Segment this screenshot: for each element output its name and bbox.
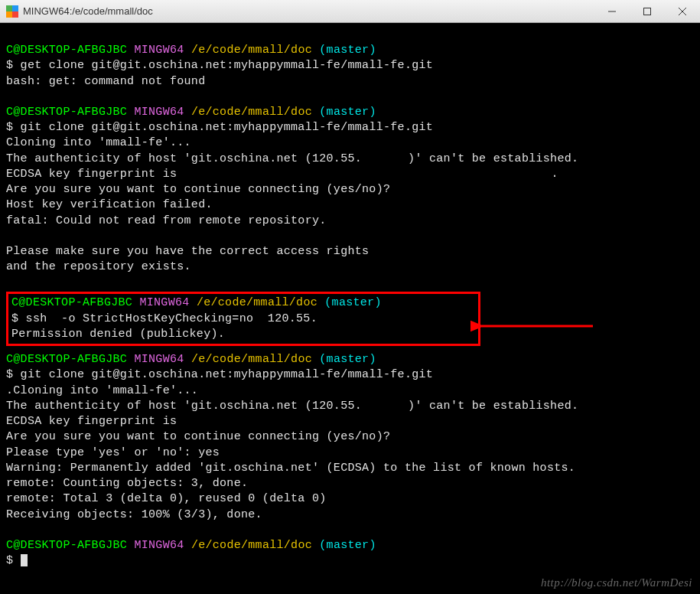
output-line: Host key verification failed. — [6, 197, 694, 213]
highlighted-box: C@DESKTOP-AFBGJBC MINGW64 /e/code/mmall/… — [6, 292, 480, 346]
output-line: Please type 'yes' or 'no': yes — [6, 445, 694, 461]
output-line: The authenticity of host 'git.oschina.ne… — [6, 399, 694, 414]
output-line: fatal: Could not read from remote reposi… — [6, 214, 694, 229]
titlebar-left: MINGW64:/e/code/mmall/doc — [6, 5, 153, 18]
output-line: ECDSA key fingerprint is — [6, 414, 694, 429]
terminal[interactable]: C@DESKTOP-AFBGJBC MINGW64 /e/code/mmall/… — [0, 23, 700, 575]
blank-line — [6, 523, 694, 538]
output-line: Are you sure you want to continue connec… — [6, 429, 694, 445]
cmd: git clone git@git.oschina.net:myhappymma… — [21, 121, 433, 134]
output-line: Please make sure you have the correct ac… — [6, 244, 694, 259]
prompt-line: C@DESKTOP-AFBGJBC MINGW64 /e/code/mmall/… — [11, 295, 475, 311]
prompt-branch: (master) — [319, 44, 376, 57]
cmd-line[interactable]: $ — [6, 553, 694, 569]
window-controls — [594, 0, 700, 22]
redacted-ip — [317, 313, 363, 324]
titlebar: MINGW64:/e/code/mmall/doc — [0, 0, 700, 23]
window-title: MINGW64:/e/code/mmall/doc — [23, 5, 153, 17]
output-line: Permission denied (publickey). — [11, 327, 475, 342]
prompt-line: C@DESKTOP-AFBGJBC MINGW64 /e/code/mmall/… — [6, 352, 694, 367]
output-line: and the repository exists. — [6, 259, 694, 275]
cmd-line: $ ssh -o StrictHostKeyChecking=no 120.55… — [11, 312, 475, 327]
cursor-icon — [21, 554, 28, 566]
redacted-ip — [362, 153, 408, 164]
output-line: Cloning into 'mmall-fe'... — [6, 135, 694, 151]
output-line: bash: get: command not found — [6, 74, 694, 90]
output-line: Warning: Permanently added 'git.oschina.… — [6, 461, 694, 476]
output-line: Are you sure you want to continue connec… — [6, 182, 694, 197]
svg-rect-3 — [12, 11, 18, 18]
blank-line — [6, 28, 694, 43]
svg-rect-2 — [6, 11, 12, 18]
watermark: http://blog.csdn.net/WarmDesi — [541, 576, 692, 589]
output-line: The authenticity of host 'git.oschina.ne… — [6, 152, 694, 167]
close-button[interactable] — [665, 0, 700, 22]
minimize-button[interactable] — [594, 0, 630, 22]
output-line: ECDSA key fingerprint is . — [6, 167, 694, 182]
output-line: remote: Total 3 (delta 0), reused 0 (del… — [6, 491, 694, 507]
blank-line — [6, 275, 694, 290]
maximize-button[interactable] — [630, 0, 665, 22]
redacted-fingerprint — [184, 417, 552, 425]
cmd: git clone git@git.oschina.net:myhappymma… — [21, 368, 433, 381]
app-icon — [6, 5, 18, 18]
svg-rect-5 — [644, 8, 651, 15]
svg-rect-0 — [6, 5, 12, 11]
cmd: get clone git@git.oschina.net:myhappymma… — [21, 59, 433, 72]
prompt-userhost: C@DESKTOP-AFBGJBC — [6, 44, 127, 57]
svg-rect-1 — [12, 5, 18, 11]
output-line: .Cloning into 'mmall-fe'... — [6, 383, 694, 399]
blank-line — [6, 90, 694, 105]
prompt-path: /e/code/mmall/doc — [191, 44, 312, 57]
prompt-env: MINGW64 — [134, 44, 184, 57]
prompt-line: C@DESKTOP-AFBGJBC MINGW64 /e/code/mmall/… — [6, 105, 694, 120]
redacted-fingerprint — [184, 170, 552, 178]
cmd-line: $ get clone git@git.oschina.net:myhappym… — [6, 58, 694, 73]
prompt-line: C@DESKTOP-AFBGJBC MINGW64 /e/code/mmall/… — [6, 43, 694, 58]
output-line: Receiving objects: 100% (3/3), done. — [6, 508, 694, 523]
output-line: remote: Counting objects: 3, done. — [6, 476, 694, 491]
cmd-line: $ git clone git@git.oschina.net:myhappym… — [6, 120, 694, 135]
blank-line — [6, 229, 694, 244]
cmd-line: $ git clone git@git.oschina.net:myhappym… — [6, 367, 694, 383]
prompt-line: C@DESKTOP-AFBGJBC MINGW64 /e/code/mmall/… — [6, 538, 694, 553]
redacted-ip — [362, 400, 408, 411]
cmd: ssh -o StrictHostKeyChecking=no 120.55. — [26, 312, 317, 325]
